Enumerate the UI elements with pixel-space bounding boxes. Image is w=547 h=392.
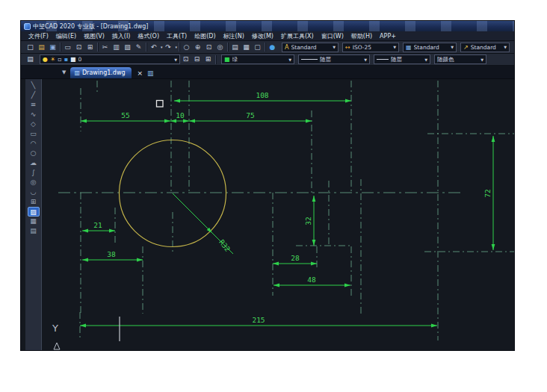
lineweight-combo[interactable]: 随层 ▼ <box>374 55 430 64</box>
dimension-21[interactable]: 21 <box>82 221 115 231</box>
menu-modify[interactable]: 修改(M) <box>248 32 277 40</box>
sheet-set-icon[interactable]: ▢ <box>252 42 263 53</box>
dimension-38[interactable]: 38 <box>82 250 143 260</box>
menu-tools[interactable]: 工具(T) <box>163 32 191 40</box>
match-properties-icon[interactable]: ✎ <box>133 42 144 53</box>
dimension-48[interactable]: 48 <box>274 276 350 285</box>
multiline-icon[interactable]: ≡ <box>28 100 40 110</box>
cut-icon[interactable]: ✂ <box>99 42 111 53</box>
ellipse-icon[interactable]: ◎ <box>28 178 40 187</box>
chevron-down-icon[interactable]: ▼ <box>424 57 427 62</box>
layer-states-icon[interactable]: ⊡ <box>180 54 191 65</box>
table-icon[interactable]: ▦ <box>28 217 40 226</box>
chevron-down-icon[interactable]: ▼ <box>504 45 507 49</box>
app-logo-icon <box>24 23 31 30</box>
mleader-style-combo[interactable]: ↗ Standard ▼ <box>460 43 510 52</box>
tab-close-icon[interactable]: × <box>137 69 143 77</box>
hatch-icon[interactable]: ▨ <box>28 207 40 217</box>
dimension-55[interactable]: 55 <box>81 111 170 121</box>
layer-previous-icon[interactable]: ⊟ <box>191 54 203 65</box>
lineweight-value: 随层 <box>391 56 423 63</box>
layer-isolate-icon[interactable]: ⊞ <box>203 54 214 65</box>
plotstyle-combo[interactable]: 随颜色 ▼ <box>434 55 486 64</box>
menu-view[interactable]: 视图(V) <box>80 32 108 40</box>
drawing-canvas[interactable]: 55 10 75 108 72 <box>42 79 514 350</box>
layer-thaw-sun-icon[interactable]: ☀ <box>50 56 55 63</box>
drawing-file-icon: ▥ <box>74 69 80 76</box>
chevron-down-icon[interactable]: ▼ <box>333 45 336 49</box>
chevron-down-icon[interactable]: ▼ <box>393 45 396 49</box>
circle-icon[interactable]: ○ <box>28 149 40 158</box>
arc-icon[interactable]: ◠ <box>28 139 40 149</box>
plot-icon[interactable]: ▭ <box>62 42 73 53</box>
spline-icon[interactable]: ∫ <box>28 168 40 178</box>
menu-express-tools[interactable]: 扩展工具(X) <box>277 32 318 40</box>
redo-icon[interactable]: ↷ <box>163 42 174 53</box>
polyline-icon[interactable]: ∿ <box>28 110 40 119</box>
dimension-75[interactable]: 75 <box>189 111 312 121</box>
linetype-combo[interactable]: 随层 ▼ <box>298 55 370 64</box>
preview-icon[interactable]: ⊡ <box>73 42 84 53</box>
mtext-icon[interactable]: ▤ <box>28 226 40 236</box>
layer-plot-icon[interactable]: ▪ <box>64 56 68 63</box>
menu-window[interactable]: 窗口(W) <box>318 32 347 40</box>
dimension-72[interactable]: 72 <box>483 136 493 250</box>
dimension-10[interactable]: 10 <box>170 111 189 121</box>
tab-list-caret-icon[interactable]: ▼ <box>62 69 66 75</box>
color-control-combo[interactable]: ■ 绿 ▼ <box>221 55 294 64</box>
tool-palettes-icon[interactable]: ▦ <box>241 42 252 53</box>
plotstyle-value: 随颜色 <box>437 56 479 63</box>
dim-style-combo[interactable]: ↔ ISO-25 ▼ <box>342 43 399 52</box>
dimension-215[interactable]: 215 <box>80 316 437 326</box>
chevron-down-icon[interactable]: ▼ <box>174 57 177 62</box>
line-icon[interactable]: ╲ <box>28 81 40 90</box>
chevron-down-icon[interactable]: ▼ <box>364 57 367 62</box>
menu-file[interactable]: 文件(F) <box>25 32 52 40</box>
layer-combo[interactable]: ● ☀ ▫ ▪ ■ 0 ▼ <box>40 55 180 64</box>
chevron-down-icon[interactable]: ▼ <box>480 57 483 62</box>
menu-edit[interactable]: 编辑(E) <box>52 32 80 40</box>
dimension-108[interactable]: 108 <box>174 91 351 101</box>
layer-on-bulb-icon[interactable]: ● <box>43 56 48 63</box>
table-style-combo[interactable]: ▦ Standard ▼ <box>403 43 457 52</box>
tab-drawing1[interactable]: ▥ Drawing1.dwg <box>70 67 131 78</box>
paste-icon[interactable]: ▧ <box>122 42 133 53</box>
menu-dimension[interactable]: 标注(N) <box>220 32 248 40</box>
zoom-window-icon[interactable]: ⊡ <box>203 42 214 53</box>
redraw-icon[interactable]: ○ <box>181 42 192 53</box>
redo-dropdown-caret[interactable]: ▾ <box>176 45 178 49</box>
cursor-pickbox <box>157 101 164 108</box>
menu-format[interactable]: 格式(O) <box>134 32 163 40</box>
design-center-icon[interactable]: ● <box>267 42 278 53</box>
chevron-down-icon[interactable]: ▼ <box>288 57 291 62</box>
menu-insert[interactable]: 插入(I) <box>108 32 135 40</box>
title-bar[interactable]: 中望CAD 2020 专业版 - [Drawing1.dwg] <box>21 21 514 31</box>
menu-draw[interactable]: 绘图(D) <box>191 32 219 40</box>
polygon-icon[interactable]: ◇ <box>28 119 40 129</box>
revcloud-icon[interactable]: ☁ <box>28 158 40 168</box>
construction-line-icon[interactable]: ╱ <box>28 90 40 100</box>
rectangle-icon[interactable]: ▭ <box>28 129 40 139</box>
properties-icon[interactable]: ▤ <box>229 42 241 53</box>
hidden-lines[interactable] <box>58 81 514 340</box>
save-icon[interactable]: ▣ <box>47 42 58 53</box>
new-file-icon[interactable]: □ <box>25 42 36 53</box>
layer-properties-icon[interactable]: ▤ <box>25 54 36 65</box>
menu-app-plus[interactable]: APP+ <box>376 33 400 40</box>
ellipse-arc-icon[interactable]: ◡ <box>28 187 40 197</box>
dimension-28[interactable]: 28 <box>273 254 317 264</box>
zoom-realtime-icon[interactable]: ⊕ <box>192 42 203 53</box>
layer-unlock-icon[interactable]: ▫ <box>58 56 61 63</box>
undo-icon[interactable]: ↶ <box>148 42 159 53</box>
menu-help[interactable]: 帮助(H) <box>347 32 376 40</box>
new-drawing-tab-icon[interactable]: ▥ <box>147 69 154 77</box>
copy-icon[interactable]: ▥ <box>111 42 122 53</box>
insert-block-icon[interactable]: ⊞ <box>28 197 40 207</box>
dimension-radius-r32[interactable]: R32 <box>173 193 233 254</box>
publish-icon[interactable]: ⊞ <box>84 42 96 53</box>
dimension-32[interactable]: 32 <box>304 196 314 246</box>
text-style-combo[interactable]: A Standard ▼ <box>282 43 339 52</box>
chevron-down-icon[interactable]: ▼ <box>451 45 454 49</box>
open-folder-icon[interactable]: ▤ <box>36 42 47 53</box>
pan-icon[interactable]: ◎ <box>214 42 226 53</box>
